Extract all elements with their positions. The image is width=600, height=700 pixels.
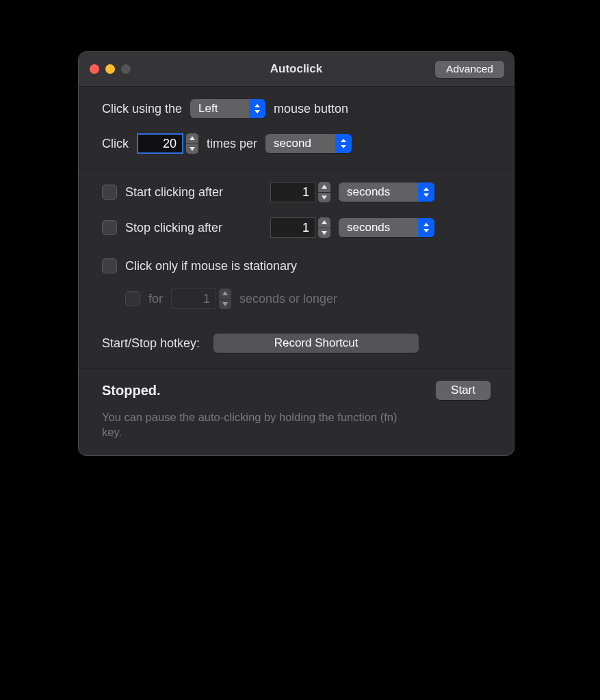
stop-after-step-down[interactable] [318, 228, 330, 239]
start-after-unit-value: seconds [339, 183, 418, 202]
timing-section: Start clicking after seconds Stop clicki… [79, 169, 514, 368]
start-after-stepper [270, 182, 330, 202]
start-after-unit-select[interactable]: seconds [339, 183, 434, 202]
time-unit-select[interactable]: second [265, 134, 352, 153]
click-count-label-pre: Click [102, 137, 129, 151]
stop-after-input[interactable] [270, 217, 315, 238]
stationary-checkbox[interactable] [102, 258, 117, 273]
close-window-button[interactable] [90, 64, 99, 74]
stop-after-stepper [270, 217, 330, 238]
updown-icon [418, 183, 434, 202]
hotkey-label: Start/Stop hotkey: [102, 336, 200, 351]
stop-after-checkbox[interactable] [102, 220, 117, 235]
traffic-lights [90, 64, 131, 74]
click-settings-section: Click using the Left mouse button Click [79, 87, 514, 169]
updown-icon [249, 99, 265, 118]
record-shortcut-button[interactable]: Record Shortcut [213, 334, 419, 353]
click-count-step-up[interactable] [186, 133, 198, 144]
advanced-button[interactable]: Advanced [435, 61, 504, 78]
stop-after-unit-select[interactable]: seconds [339, 218, 434, 237]
zoom-window-button[interactable] [121, 64, 131, 74]
click-count-step-down[interactable] [186, 144, 198, 154]
updown-icon [335, 134, 352, 153]
stationary-for-checkbox [125, 291, 140, 306]
time-unit-select-value: second [265, 134, 335, 153]
app-window: Autoclick Advanced Click using the Left … [78, 51, 514, 456]
click-using-label-pre: Click using the [102, 102, 182, 116]
start-after-label: Start clicking after [125, 185, 262, 200]
start-after-step-down[interactable] [318, 193, 330, 203]
stationary-for-label: for [148, 292, 163, 306]
stop-after-label: Stop clicking after [125, 221, 262, 235]
stationary-sub-row: for seconds or longer [125, 288, 491, 309]
start-after-input[interactable] [270, 182, 315, 202]
stationary-for-step-up [219, 288, 231, 299]
click-using-label-post: mouse button [274, 102, 348, 116]
stop-after-step-up[interactable] [318, 217, 330, 228]
title-bar: Autoclick Advanced [79, 52, 514, 87]
stop-after-unit-value: seconds [339, 218, 418, 237]
start-after-checkbox[interactable] [102, 185, 117, 200]
status-section: Stopped. Start You can pause the auto-cl… [79, 368, 514, 455]
times-per-label: times per [207, 137, 257, 151]
stationary-for-step-down [219, 299, 231, 310]
minimize-window-button[interactable] [105, 64, 115, 74]
stationary-label: Click only if mouse is stationary [125, 259, 297, 273]
updown-icon [418, 218, 434, 237]
click-count-stepper [137, 133, 198, 154]
hint-text: You can pause the auto-clicking by holdi… [102, 409, 403, 440]
stationary-for-stepper [171, 288, 231, 309]
mouse-button-select-value: Left [190, 99, 249, 118]
mouse-button-select[interactable]: Left [190, 99, 265, 118]
status-text: Stopped. [102, 383, 161, 399]
start-after-step-up[interactable] [318, 182, 330, 192]
click-count-input[interactable] [137, 133, 183, 154]
start-button[interactable]: Start [436, 381, 491, 400]
stationary-for-input [171, 288, 216, 309]
stationary-for-post-label: seconds or longer [239, 292, 337, 306]
